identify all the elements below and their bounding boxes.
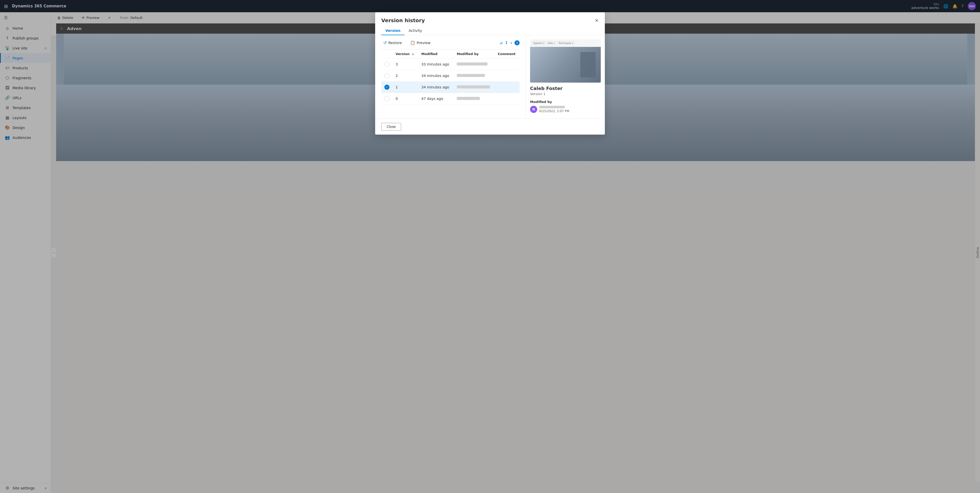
modal-overlay: Version history ✕ Version Activity ↺ Res…: [0, 0, 348, 196]
